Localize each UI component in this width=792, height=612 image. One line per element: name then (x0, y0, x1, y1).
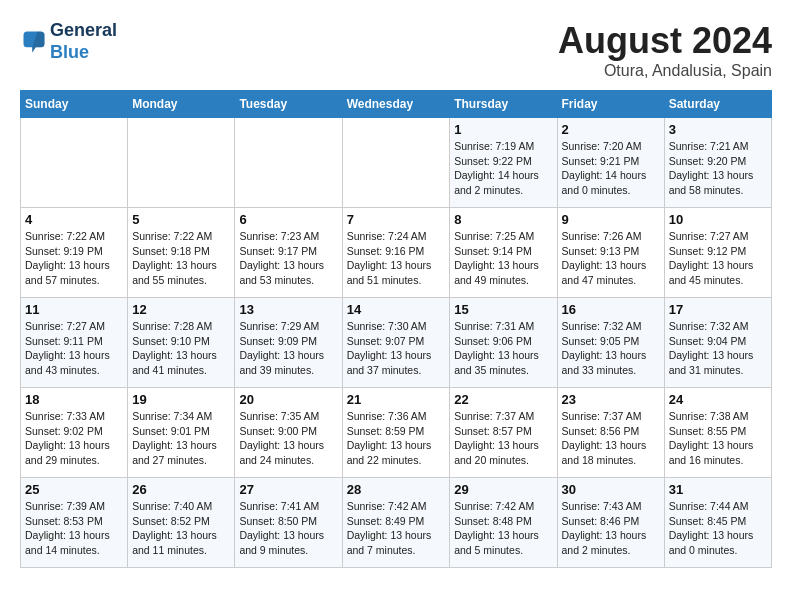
calendar-cell: 22Sunrise: 7:37 AM Sunset: 8:57 PM Dayli… (450, 388, 557, 478)
day-info: Sunrise: 7:42 AM Sunset: 8:48 PM Dayligh… (454, 499, 552, 558)
day-number: 4 (25, 212, 123, 227)
day-info: Sunrise: 7:37 AM Sunset: 8:57 PM Dayligh… (454, 409, 552, 468)
day-info: Sunrise: 7:31 AM Sunset: 9:06 PM Dayligh… (454, 319, 552, 378)
calendar-cell: 10Sunrise: 7:27 AM Sunset: 9:12 PM Dayli… (664, 208, 771, 298)
main-title: August 2024 (558, 20, 772, 62)
day-info: Sunrise: 7:33 AM Sunset: 9:02 PM Dayligh… (25, 409, 123, 468)
day-number: 3 (669, 122, 767, 137)
calendar-cell: 30Sunrise: 7:43 AM Sunset: 8:46 PM Dayli… (557, 478, 664, 568)
logo-general: General (50, 20, 117, 42)
calendar-cell (21, 118, 128, 208)
day-info: Sunrise: 7:32 AM Sunset: 9:05 PM Dayligh… (562, 319, 660, 378)
calendar-cell: 5Sunrise: 7:22 AM Sunset: 9:18 PM Daylig… (128, 208, 235, 298)
day-info: Sunrise: 7:20 AM Sunset: 9:21 PM Dayligh… (562, 139, 660, 198)
calendar-cell (128, 118, 235, 208)
calendar-cell (342, 118, 450, 208)
day-info: Sunrise: 7:29 AM Sunset: 9:09 PM Dayligh… (239, 319, 337, 378)
calendar-cell: 27Sunrise: 7:41 AM Sunset: 8:50 PM Dayli… (235, 478, 342, 568)
day-number: 20 (239, 392, 337, 407)
day-info: Sunrise: 7:42 AM Sunset: 8:49 PM Dayligh… (347, 499, 446, 558)
day-info: Sunrise: 7:39 AM Sunset: 8:53 PM Dayligh… (25, 499, 123, 558)
day-number: 15 (454, 302, 552, 317)
day-info: Sunrise: 7:36 AM Sunset: 8:59 PM Dayligh… (347, 409, 446, 468)
day-info: Sunrise: 7:22 AM Sunset: 9:19 PM Dayligh… (25, 229, 123, 288)
calendar-cell: 11Sunrise: 7:27 AM Sunset: 9:11 PM Dayli… (21, 298, 128, 388)
day-info: Sunrise: 7:23 AM Sunset: 9:17 PM Dayligh… (239, 229, 337, 288)
title-block: August 2024 Otura, Andalusia, Spain (558, 20, 772, 80)
day-info: Sunrise: 7:27 AM Sunset: 9:12 PM Dayligh… (669, 229, 767, 288)
day-number: 18 (25, 392, 123, 407)
calendar-week-2: 4Sunrise: 7:22 AM Sunset: 9:19 PM Daylig… (21, 208, 772, 298)
calendar-cell: 20Sunrise: 7:35 AM Sunset: 9:00 PM Dayli… (235, 388, 342, 478)
day-info: Sunrise: 7:35 AM Sunset: 9:00 PM Dayligh… (239, 409, 337, 468)
calendar-cell: 3Sunrise: 7:21 AM Sunset: 9:20 PM Daylig… (664, 118, 771, 208)
calendar-cell: 15Sunrise: 7:31 AM Sunset: 9:06 PM Dayli… (450, 298, 557, 388)
calendar-cell: 23Sunrise: 7:37 AM Sunset: 8:56 PM Dayli… (557, 388, 664, 478)
calendar-cell: 17Sunrise: 7:32 AM Sunset: 9:04 PM Dayli… (664, 298, 771, 388)
day-info: Sunrise: 7:25 AM Sunset: 9:14 PM Dayligh… (454, 229, 552, 288)
day-number: 13 (239, 302, 337, 317)
calendar-cell: 18Sunrise: 7:33 AM Sunset: 9:02 PM Dayli… (21, 388, 128, 478)
day-number: 21 (347, 392, 446, 407)
day-info: Sunrise: 7:37 AM Sunset: 8:56 PM Dayligh… (562, 409, 660, 468)
calendar-cell: 31Sunrise: 7:44 AM Sunset: 8:45 PM Dayli… (664, 478, 771, 568)
calendar-cell: 13Sunrise: 7:29 AM Sunset: 9:09 PM Dayli… (235, 298, 342, 388)
calendar-week-3: 11Sunrise: 7:27 AM Sunset: 9:11 PM Dayli… (21, 298, 772, 388)
calendar-cell: 6Sunrise: 7:23 AM Sunset: 9:17 PM Daylig… (235, 208, 342, 298)
day-number: 19 (132, 392, 230, 407)
col-header-thursday: Thursday (450, 91, 557, 118)
calendar-cell: 14Sunrise: 7:30 AM Sunset: 9:07 PM Dayli… (342, 298, 450, 388)
day-info: Sunrise: 7:44 AM Sunset: 8:45 PM Dayligh… (669, 499, 767, 558)
col-header-wednesday: Wednesday (342, 91, 450, 118)
calendar-cell: 24Sunrise: 7:38 AM Sunset: 8:55 PM Dayli… (664, 388, 771, 478)
day-number: 8 (454, 212, 552, 227)
day-number: 6 (239, 212, 337, 227)
header-row: SundayMondayTuesdayWednesdayThursdayFrid… (21, 91, 772, 118)
calendar-cell: 2Sunrise: 7:20 AM Sunset: 9:21 PM Daylig… (557, 118, 664, 208)
day-info: Sunrise: 7:41 AM Sunset: 8:50 PM Dayligh… (239, 499, 337, 558)
day-info: Sunrise: 7:43 AM Sunset: 8:46 PM Dayligh… (562, 499, 660, 558)
day-info: Sunrise: 7:40 AM Sunset: 8:52 PM Dayligh… (132, 499, 230, 558)
day-number: 11 (25, 302, 123, 317)
col-header-friday: Friday (557, 91, 664, 118)
calendar-cell: 8Sunrise: 7:25 AM Sunset: 9:14 PM Daylig… (450, 208, 557, 298)
calendar-cell: 19Sunrise: 7:34 AM Sunset: 9:01 PM Dayli… (128, 388, 235, 478)
calendar-cell: 29Sunrise: 7:42 AM Sunset: 8:48 PM Dayli… (450, 478, 557, 568)
calendar-week-4: 18Sunrise: 7:33 AM Sunset: 9:02 PM Dayli… (21, 388, 772, 478)
calendar-cell: 4Sunrise: 7:22 AM Sunset: 9:19 PM Daylig… (21, 208, 128, 298)
calendar-cell: 28Sunrise: 7:42 AM Sunset: 8:49 PM Dayli… (342, 478, 450, 568)
day-number: 28 (347, 482, 446, 497)
day-number: 27 (239, 482, 337, 497)
col-header-tuesday: Tuesday (235, 91, 342, 118)
day-number: 2 (562, 122, 660, 137)
calendar-cell (235, 118, 342, 208)
day-info: Sunrise: 7:30 AM Sunset: 9:07 PM Dayligh… (347, 319, 446, 378)
day-number: 29 (454, 482, 552, 497)
calendar-cell: 9Sunrise: 7:26 AM Sunset: 9:13 PM Daylig… (557, 208, 664, 298)
day-number: 14 (347, 302, 446, 317)
subtitle: Otura, Andalusia, Spain (558, 62, 772, 80)
day-info: Sunrise: 7:22 AM Sunset: 9:18 PM Dayligh… (132, 229, 230, 288)
day-number: 16 (562, 302, 660, 317)
calendar-cell: 25Sunrise: 7:39 AM Sunset: 8:53 PM Dayli… (21, 478, 128, 568)
calendar-cell: 16Sunrise: 7:32 AM Sunset: 9:05 PM Dayli… (557, 298, 664, 388)
day-info: Sunrise: 7:34 AM Sunset: 9:01 PM Dayligh… (132, 409, 230, 468)
day-number: 17 (669, 302, 767, 317)
logo: General Blue (20, 20, 117, 63)
page-header: General Blue August 2024 Otura, Andalusi… (20, 20, 772, 80)
calendar-cell: 7Sunrise: 7:24 AM Sunset: 9:16 PM Daylig… (342, 208, 450, 298)
day-info: Sunrise: 7:32 AM Sunset: 9:04 PM Dayligh… (669, 319, 767, 378)
col-header-sunday: Sunday (21, 91, 128, 118)
day-number: 26 (132, 482, 230, 497)
day-info: Sunrise: 7:26 AM Sunset: 9:13 PM Dayligh… (562, 229, 660, 288)
calendar-table: SundayMondayTuesdayWednesdayThursdayFrid… (20, 90, 772, 568)
day-info: Sunrise: 7:19 AM Sunset: 9:22 PM Dayligh… (454, 139, 552, 198)
day-number: 5 (132, 212, 230, 227)
calendar-cell: 21Sunrise: 7:36 AM Sunset: 8:59 PM Dayli… (342, 388, 450, 478)
day-number: 12 (132, 302, 230, 317)
calendar-cell: 1Sunrise: 7:19 AM Sunset: 9:22 PM Daylig… (450, 118, 557, 208)
day-info: Sunrise: 7:21 AM Sunset: 9:20 PM Dayligh… (669, 139, 767, 198)
col-header-monday: Monday (128, 91, 235, 118)
day-info: Sunrise: 7:38 AM Sunset: 8:55 PM Dayligh… (669, 409, 767, 468)
calendar-cell: 26Sunrise: 7:40 AM Sunset: 8:52 PM Dayli… (128, 478, 235, 568)
